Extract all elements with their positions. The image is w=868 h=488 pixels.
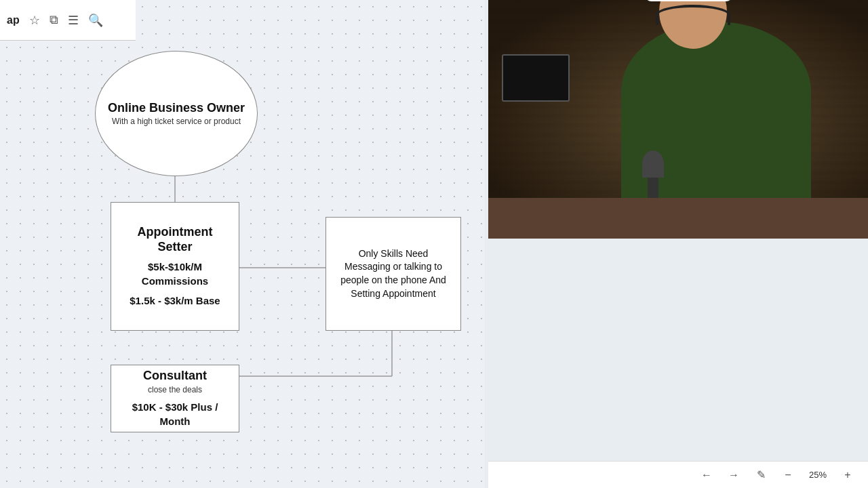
appointment-setter-title: Appointment Setter <box>119 225 231 254</box>
forward-button[interactable]: → <box>724 466 743 485</box>
consultant-detail: $10K - $30k Plus / Month <box>119 400 231 428</box>
app-name: ap <box>7 14 20 26</box>
video-content <box>488 0 868 239</box>
search-icon[interactable]: 🔍 <box>88 13 103 28</box>
video-panel <box>488 0 868 239</box>
zoom-in-button[interactable]: + <box>838 466 857 485</box>
oval-node-title: Online Business Owner <box>108 101 245 116</box>
appointment-setter-detail1: $5k-$10k/M Commissions <box>119 260 231 288</box>
edit-button[interactable]: ✎ <box>751 466 770 485</box>
appointment-setter-node[interactable]: Appointment Setter $5k-$10k/M Commission… <box>111 202 239 331</box>
skills-text: Only Skills Need Messaging or talking to… <box>334 247 452 300</box>
consultant-subtitle: close the deals <box>148 385 202 394</box>
top-toolbar: ap ☆ ⧉ ☰ 🔍 <box>0 0 136 41</box>
skills-node[interactable]: Only Skills Need Messaging or talking to… <box>326 217 461 331</box>
headphones <box>656 5 730 25</box>
background-monitor <box>502 54 570 102</box>
menu-icon[interactable]: ☰ <box>68 13 79 28</box>
consultant-title: Consultant <box>143 369 207 384</box>
online-business-owner-node[interactable]: Online Business Owner With a high ticket… <box>95 51 258 176</box>
consultant-node[interactable]: Consultant close the deals $10K - $30k P… <box>111 365 239 432</box>
person-hat-brim <box>645 0 733 1</box>
bookmark-icon[interactable]: ☆ <box>29 13 40 28</box>
zoom-level: 25% <box>806 470 830 480</box>
bottom-toolbar: ← → ✎ − 25% + <box>488 461 868 488</box>
zoom-out-button[interactable]: − <box>778 466 797 485</box>
diagram-canvas: Online Business Owner With a high ticket… <box>0 0 485 488</box>
back-button[interactable]: ← <box>697 466 716 485</box>
layers-icon[interactable]: ⧉ <box>50 13 58 27</box>
desk <box>488 198 868 239</box>
appointment-setter-detail2: $1.5k - $3k/m Base <box>130 293 220 308</box>
oval-node-subtitle: With a high ticket service or product <box>112 117 241 126</box>
